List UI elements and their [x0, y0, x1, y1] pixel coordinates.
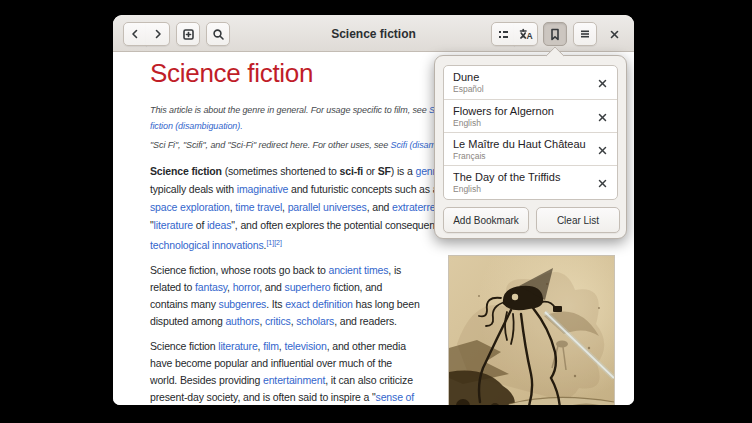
text-segment: , and other media: [327, 340, 406, 352]
bookmark-title: Le Maître du Haut Château: [453, 137, 587, 151]
add-bookmark-button[interactable]: Add Bookmark: [443, 207, 529, 233]
wiki-link[interactable]: film: [263, 340, 279, 352]
bookmark-list: DuneEspañolFlowers for AlgernonEnglishLe…: [443, 65, 618, 200]
wiki-link[interactable]: fiction (disambiguation).: [150, 121, 243, 131]
remove-bookmark-button[interactable]: [593, 174, 611, 192]
forward-button[interactable]: [146, 22, 170, 46]
wiki-link[interactable]: literature: [154, 219, 193, 231]
remove-icon: [598, 113, 607, 122]
app-window: Science fiction: [113, 15, 634, 405]
bookmark-language: Español: [453, 84, 587, 95]
wiki-link[interactable]: critics: [265, 315, 291, 327]
bookmark-row[interactable]: Le Maître du Haut ChâteauFrançais: [444, 132, 617, 165]
article-thumbnail-image[interactable]: [448, 255, 615, 405]
bookmark-language: English: [453, 118, 587, 129]
bold-text: SF: [378, 165, 391, 177]
text-segment: world. Besides providing: [150, 374, 263, 386]
wiki-link[interactable]: imaginative: [237, 183, 288, 195]
text-segment: , is: [388, 264, 401, 276]
wiki-link[interactable]: literature: [218, 340, 257, 352]
wiki-link[interactable]: fantasy: [195, 281, 227, 293]
remove-bookmark-button[interactable]: [593, 108, 611, 126]
wiki-link[interactable]: ideas: [207, 219, 231, 231]
toc-list-icon: [497, 28, 510, 41]
close-icon: [609, 29, 620, 40]
wiki-link[interactable]: television: [284, 340, 326, 352]
menu-button[interactable]: [573, 22, 597, 46]
wiki-link[interactable]: horror: [233, 281, 260, 293]
text-segment: have become popular and influential over…: [150, 357, 392, 369]
bold-text: sci-fi: [340, 165, 364, 177]
bookmarks-button[interactable]: [543, 22, 567, 46]
screen: Science fiction: [0, 0, 752, 423]
text-segment: fiction, and: [330, 281, 382, 293]
remove-icon: [598, 146, 607, 155]
remove-icon: [598, 179, 607, 188]
text-segment: contains many: [150, 298, 219, 310]
wiki-link[interactable]: exact definition: [285, 298, 353, 310]
text-segment: present-day society, and is often said t…: [150, 391, 376, 403]
text-segment: , and: [367, 201, 392, 213]
reference-link[interactable]: [1]: [266, 239, 274, 246]
back-button[interactable]: [123, 22, 147, 46]
text-segment: . Its: [266, 298, 285, 310]
bookmark-row[interactable]: The Day of the TriffidsEnglish: [444, 165, 617, 198]
bold-text: Science fiction: [150, 165, 222, 177]
text-segment: , it can also criticize: [325, 374, 413, 386]
reference-superscript: [1]: [266, 239, 274, 246]
bookmarks-popover: DuneEspañolFlowers for AlgernonEnglishLe…: [434, 55, 627, 239]
reference-link[interactable]: [2]: [274, 239, 282, 246]
bookmark-title: Dune: [453, 70, 587, 84]
new-tab-button[interactable]: [176, 22, 200, 46]
clear-list-button[interactable]: Clear List: [536, 207, 620, 233]
text-segment: disputed among: [150, 315, 225, 327]
reference-superscript: [2]: [274, 239, 282, 246]
wiki-link[interactable]: time travel: [235, 201, 282, 213]
text-segment: "Sci Fi", "Scifi", and "Sci-Fi" redirect…: [150, 140, 391, 150]
text-segment: Science fiction, whose roots go back to: [150, 264, 328, 276]
back-icon: [129, 28, 141, 40]
text-segment: Science fiction: [150, 340, 218, 352]
window-close-button[interactable]: [602, 22, 626, 46]
svg-text:A: A: [526, 31, 532, 41]
remove-bookmark-button[interactable]: [593, 141, 611, 159]
text-segment: has long been: [353, 298, 420, 310]
menu-icon: [579, 28, 591, 40]
language-button[interactable]: A: [514, 22, 538, 46]
text-segment: (sometimes shortened to: [222, 165, 340, 177]
bookmark-icon: [549, 28, 561, 41]
new-tab-icon: [182, 28, 195, 41]
text-segment: , and: [259, 281, 284, 293]
wiki-link[interactable]: technological innovations: [150, 239, 264, 251]
search-button[interactable]: [206, 22, 230, 46]
wiki-link[interactable]: scholars: [296, 315, 334, 327]
bookmark-title: Flowers for Algernon: [453, 104, 587, 118]
wiki-link[interactable]: space exploration: [150, 201, 230, 213]
wiki-link[interactable]: parallel universes: [288, 201, 367, 213]
wiki-link[interactable]: superhero: [285, 281, 331, 293]
wiki-link[interactable]: sense of: [376, 391, 415, 403]
text-segment: typically deals with: [150, 183, 237, 195]
forward-icon: [152, 28, 164, 40]
wiki-link[interactable]: entertainment: [263, 374, 325, 386]
bookmark-row[interactable]: DuneEspañol: [444, 66, 617, 99]
text-segment: , and readers.: [334, 315, 397, 327]
wiki-link[interactable]: ancient times: [328, 264, 388, 276]
text-segment: This article is about the genre in gener…: [150, 105, 429, 115]
remove-bookmark-button[interactable]: [593, 74, 611, 92]
tripod-illustration: [449, 256, 614, 405]
bookmark-language: English: [453, 184, 587, 195]
wiki-link[interactable]: subgenres: [219, 298, 267, 310]
language-icon: A: [519, 28, 533, 41]
text-segment: related to: [150, 281, 195, 293]
wiki-link[interactable]: authors: [225, 315, 259, 327]
bookmark-row[interactable]: Flowers for AlgernonEnglish: [444, 99, 617, 132]
toc-button[interactable]: [491, 22, 515, 46]
bookmark-language: Français: [453, 151, 587, 162]
text-segment: of: [193, 219, 207, 231]
text-segment: ) is a: [391, 165, 416, 177]
bookmark-title: The Day of the Triffids: [453, 170, 587, 184]
remove-icon: [598, 79, 607, 88]
text-segment: or: [363, 165, 378, 177]
search-icon: [212, 28, 225, 41]
